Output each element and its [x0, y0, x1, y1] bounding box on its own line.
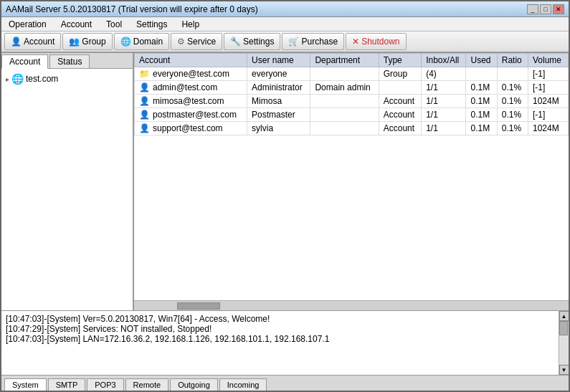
- shutdown-icon: ✕: [352, 37, 359, 47]
- table-row[interactable]: 👤support@test.com sylvia Account 1/1 0.1…: [135, 122, 569, 135]
- settings-icon: 🔧: [230, 37, 241, 47]
- cell-inboxall: 1/1: [422, 95, 466, 108]
- tab-incoming[interactable]: Incoming: [219, 378, 267, 391]
- log-line-3: [10:47:03]-[System] LAN=172.16.36.2, 192…: [6, 334, 554, 344]
- cell-type: Account: [379, 122, 421, 135]
- toolbar-shutdown-button[interactable]: ✕ Shutdown: [346, 33, 406, 50]
- scroll-up-button[interactable]: ▲: [559, 311, 569, 321]
- col-account: Account: [135, 54, 247, 67]
- scroll-down-button[interactable]: ▼: [559, 365, 569, 375]
- tab-system[interactable]: System: [4, 378, 47, 391]
- cell-department: Domain admin: [310, 81, 379, 95]
- cell-type: Account: [379, 95, 421, 108]
- toolbar-purchase-button[interactable]: 🛒 Purchase: [282, 33, 344, 50]
- cell-ratio: 0.1%: [497, 81, 528, 95]
- title-bar: AAMail Server 5.0.20130817 (Trial versio…: [1, 1, 569, 17]
- tree-item-testcom[interactable]: ▸ 🌐 test.com: [4, 72, 130, 86]
- cell-username: sylvia: [247, 122, 310, 135]
- group-icon: 👥: [69, 37, 80, 47]
- cell-department: [310, 122, 379, 135]
- cell-type: Account: [379, 108, 421, 122]
- toolbar-service-label: Service: [187, 37, 216, 47]
- log-area: [10:47:03]-[System] Ver=5.0.20130817, Wi…: [1, 311, 569, 376]
- cell-ratio: 0.1%: [497, 122, 528, 135]
- cell-account: 👤admin@test.com: [135, 81, 247, 95]
- cell-department: [310, 95, 379, 108]
- menu-item-settings[interactable]: Settings: [132, 19, 171, 30]
- purchase-icon: 🛒: [288, 37, 299, 47]
- tab-pop3[interactable]: POP3: [87, 378, 123, 391]
- tree-area: ▸ 🌐 test.com: [1, 69, 133, 310]
- log-scrollbar: ▲ ▼: [559, 311, 569, 375]
- scroll-thumb[interactable]: [559, 321, 568, 335]
- tab-smtp[interactable]: SMTP: [48, 378, 86, 391]
- menu-item-help[interactable]: Help: [177, 19, 204, 30]
- toolbar-group-label: Group: [82, 37, 105, 47]
- table-row[interactable]: 📁everyone@test.com everyone Group (4) [-…: [135, 67, 569, 81]
- col-used: Used: [466, 54, 497, 67]
- domain-icon: 🌐: [120, 37, 131, 47]
- bottom-tabs: System SMTP POP3 Remote Outgoing Incomin…: [1, 376, 569, 391]
- toolbar-group-button[interactable]: 👥 Group: [62, 33, 112, 50]
- col-ratio: Ratio: [497, 54, 528, 67]
- menu-item-operation[interactable]: Operation: [4, 19, 51, 30]
- menu-item-tool[interactable]: Tool: [102, 19, 126, 30]
- toolbar-account-button[interactable]: 👤 Account: [4, 33, 61, 50]
- cell-volume: [-1]: [528, 81, 569, 95]
- account-icon: 👤: [11, 37, 22, 47]
- account-table: Account User name Department Type Inbox/…: [134, 53, 569, 135]
- tab-outgoing[interactable]: Outgoing: [170, 378, 218, 391]
- toolbar-account-label: Account: [24, 37, 54, 47]
- toolbar-settings-button[interactable]: 🔧 Settings: [224, 33, 280, 50]
- col-department: Department: [310, 54, 379, 67]
- close-button[interactable]: ✕: [553, 4, 564, 14]
- toolbar: 👤 Account 👥 Group 🌐 Domain ⚙ Service 🔧 S…: [1, 32, 569, 53]
- table-row[interactable]: 👤postmaster@test.com Postmaster Account …: [135, 108, 569, 122]
- col-type: Type: [379, 54, 421, 67]
- cell-used: 0.1M: [466, 81, 497, 95]
- cell-used: 0.1M: [466, 122, 497, 135]
- table-row[interactable]: 👤admin@test.com Administrator Domain adm…: [135, 81, 569, 95]
- cell-type: [379, 81, 421, 95]
- cell-ratio: [497, 67, 528, 81]
- cell-inboxall: 1/1: [422, 81, 466, 95]
- log-line-1: [10:47:03]-[System] Ver=5.0.20130817, Wi…: [6, 314, 554, 324]
- cell-account: 📁everyone@test.com: [135, 67, 247, 81]
- title-controls: _ □ ✕: [527, 4, 564, 14]
- scrollbar-thumb[interactable]: [177, 302, 220, 310]
- cell-account: 👤postmaster@test.com: [135, 108, 247, 122]
- cell-account: 👤support@test.com: [135, 122, 247, 135]
- service-icon: ⚙: [177, 37, 185, 47]
- cell-ratio: 0.1%: [497, 95, 528, 108]
- toolbar-domain-button[interactable]: 🌐 Domain: [114, 33, 169, 50]
- right-panel: Account User name Department Type Inbox/…: [134, 53, 569, 310]
- horizontal-scrollbar[interactable]: [134, 300, 569, 310]
- col-volume: Volume: [528, 54, 569, 67]
- tab-account[interactable]: Account: [1, 54, 48, 69]
- cell-volume: [-1]: [528, 108, 569, 122]
- maximize-button[interactable]: □: [540, 4, 551, 14]
- cell-type: Group: [379, 67, 421, 81]
- cell-department: [310, 108, 379, 122]
- cell-ratio: 0.1%: [497, 108, 528, 122]
- toolbar-purchase-label: Purchase: [301, 37, 338, 47]
- tree-domain-icon: 🌐: [11, 73, 24, 85]
- minimize-button[interactable]: _: [527, 4, 538, 14]
- toolbar-shutdown-label: Shutdown: [361, 37, 399, 47]
- table-row[interactable]: 👤mimosa@test.com Mimosa Account 1/1 0.1M…: [135, 95, 569, 108]
- cell-used: 0.1M: [466, 95, 497, 108]
- menu-item-account[interactable]: Account: [57, 19, 96, 30]
- tab-remote[interactable]: Remote: [125, 378, 169, 391]
- cell-department: [310, 67, 379, 81]
- tab-status[interactable]: Status: [49, 54, 90, 68]
- cell-inboxall: 1/1: [422, 108, 466, 122]
- main-content: Account Status ▸ 🌐 test.com Account User…: [1, 53, 569, 311]
- tree-expand-icon: ▸: [6, 75, 9, 83]
- toolbar-settings-label: Settings: [243, 37, 274, 47]
- toolbar-service-button[interactable]: ⚙ Service: [171, 33, 222, 50]
- col-username: User name: [247, 54, 310, 67]
- cell-username: Administrator: [247, 81, 310, 95]
- title-text: AAMail Server 5.0.20130817 (Trial versio…: [6, 4, 258, 14]
- cell-username: Mimosa: [247, 95, 310, 108]
- scroll-track[interactable]: [559, 321, 569, 365]
